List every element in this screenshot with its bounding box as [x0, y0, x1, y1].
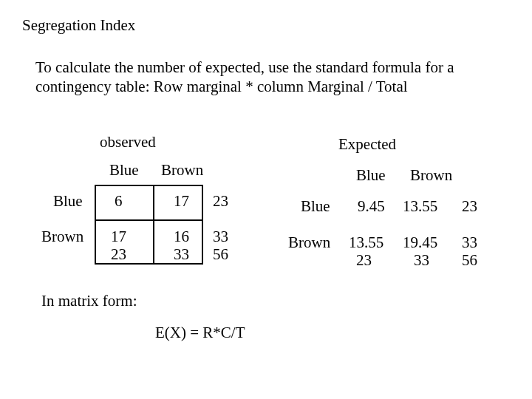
observed-row-blue: Blue: [53, 192, 83, 211]
observed-grid-line: [153, 185, 154, 265]
observed-cell: 16: [174, 228, 189, 246]
observed-grid-line: [95, 185, 96, 265]
expected-col-marginal: 33: [414, 251, 429, 270]
expected-row-blue: Blue: [301, 197, 330, 216]
observed-row-brown: Brown: [41, 228, 83, 246]
expected-label: Expected: [338, 135, 396, 154]
expected-cell: 9.45: [358, 197, 385, 216]
expected-row-brown: Brown: [288, 233, 330, 252]
expected-row-marginal: 23: [462, 197, 477, 216]
observed-grid-line: [202, 185, 203, 265]
expected-col-brown: Brown: [410, 166, 452, 185]
observed-cell: 17: [174, 192, 189, 211]
observed-row-marginal: 33: [213, 228, 228, 246]
observed-grid-line: [95, 219, 203, 221]
observed-label: observed: [100, 133, 156, 151]
observed-grid-line: [95, 185, 203, 186]
expected-row-marginal: 33: [462, 233, 477, 252]
formula-text: E(X) = R*C/T: [155, 324, 245, 342]
expected-col-marginal: 23: [356, 251, 372, 270]
observed-col-marginal: 33: [174, 245, 189, 264]
observed-total: 56: [213, 245, 228, 264]
observed-row-marginal: 23: [213, 192, 228, 211]
observed-col-brown: Brown: [161, 161, 203, 180]
expected-cell: 13.55: [403, 197, 437, 216]
expected-col-blue: Blue: [356, 166, 386, 185]
matrix-form-label: In matrix form:: [41, 292, 137, 310]
expected-cell: 19.45: [403, 233, 437, 252]
observed-cell: 17: [111, 228, 126, 246]
observed-col-marginal: 23: [111, 245, 126, 264]
page-title: Segregation Index: [22, 16, 135, 35]
expected-cell: 13.55: [349, 233, 383, 252]
observed-col-blue: Blue: [109, 161, 139, 180]
expected-total: 56: [462, 251, 477, 270]
observed-cell: 6: [115, 192, 123, 211]
description-text: To calculate the number of expected, use…: [35, 58, 501, 97]
